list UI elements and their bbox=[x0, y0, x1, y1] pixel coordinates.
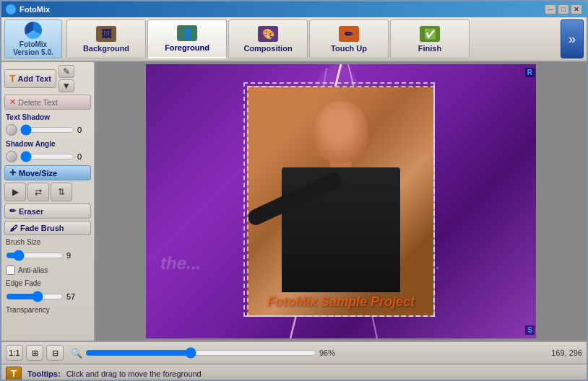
fade-brush-icon: 🖌 bbox=[9, 224, 17, 232]
shadow-angle-knob bbox=[6, 151, 17, 162]
resize-s-handle[interactable]: S bbox=[525, 325, 535, 335]
left-panel: T Add Text ✎ ▼ ✕ Delete Text Text Shadow… bbox=[1, 62, 95, 341]
edge-fade-value: 57 bbox=[66, 292, 75, 301]
tab-touchup[interactable]: ✏ Touch Up bbox=[309, 19, 389, 58]
watermark-text: FotoMix Sample Project bbox=[267, 294, 415, 310]
canvas-bg: the... not... bbox=[146, 64, 536, 338]
edge-fade-slider-row: 57 bbox=[4, 290, 91, 303]
text-shadow-slider-row: 0 bbox=[4, 123, 91, 136]
zoom-grid-button[interactable]: ⊟ bbox=[46, 345, 64, 361]
zoom-bar: 1:1 ⊞ ⊟ 🔍 96% 169, 296 bbox=[1, 341, 587, 364]
main-content: T Add Text ✎ ▼ ✕ Delete Text Text Shadow… bbox=[1, 62, 587, 341]
touchup-tab-icon: ✏ bbox=[339, 26, 359, 42]
text-shadow-value: 0 bbox=[77, 126, 82, 134]
background-text: the... bbox=[160, 253, 201, 273]
brush-size-value: 9 bbox=[66, 251, 71, 260]
foreground-tab-icon: 👤 bbox=[177, 25, 197, 41]
flip-h-button[interactable]: ⇄ bbox=[27, 183, 49, 201]
zoom-slider[interactable] bbox=[85, 347, 316, 359]
shadow-angle-value: 0 bbox=[77, 152, 82, 161]
status-bar: T Tooltips: Click and drag to move the f… bbox=[1, 364, 587, 381]
tab-finish-label: Finish bbox=[418, 44, 441, 53]
anti-alias-row: Anti-alias bbox=[4, 264, 91, 276]
zoom-1to1-button[interactable]: 1:1 bbox=[6, 345, 23, 361]
canvas-area[interactable]: the... not... bbox=[95, 62, 587, 341]
eraser-label: Eraser bbox=[19, 207, 43, 216]
transform-buttons: ▶ ⇄ ⇅ bbox=[4, 183, 91, 201]
corner-arrow-button[interactable]: » bbox=[561, 19, 584, 58]
close-button[interactable]: ✕ bbox=[571, 4, 582, 14]
text-shadow-slider[interactable] bbox=[20, 124, 74, 136]
finish-tab-icon: ✅ bbox=[420, 26, 440, 42]
text-edit-icons: ✎ ▼ bbox=[59, 65, 74, 92]
eraser-icon: ✏ bbox=[9, 206, 16, 216]
composition-tab-icon: 🎨 bbox=[258, 26, 278, 42]
resize-r-handle[interactable]: R bbox=[525, 68, 535, 77]
fade-brush-label: Fade Brush bbox=[20, 224, 64, 232]
edge-fade-label-row: Edge Fade bbox=[4, 279, 91, 288]
foreground-image[interactable] bbox=[247, 86, 435, 317]
tab-finish[interactable]: ✅ Finish bbox=[390, 19, 470, 58]
text-down-button[interactable]: ▼ bbox=[59, 79, 74, 92]
tab-foreground-label: Foreground bbox=[165, 43, 209, 52]
background-tab-icon: 🖼 bbox=[96, 26, 116, 42]
minimize-button[interactable]: ─ bbox=[545, 4, 556, 14]
move-size-icon: ✛ bbox=[9, 168, 16, 178]
tab-foreground[interactable]: 👤 Foreground bbox=[147, 19, 227, 58]
app-logo-icon bbox=[25, 22, 42, 39]
shadow-angle-slider-row: 0 bbox=[4, 150, 91, 163]
zoom-fit-button[interactable]: ⊞ bbox=[26, 345, 43, 361]
coordinates: 169, 296 bbox=[551, 349, 582, 357]
delete-text-label: Delete Text bbox=[18, 98, 58, 107]
tab-background[interactable]: 🖼 Background bbox=[66, 19, 146, 58]
shadow-angle-label: Shadow Angle bbox=[4, 139, 91, 148]
edge-fade-slider[interactable] bbox=[6, 291, 64, 302]
add-text-button[interactable]: T Add Text bbox=[4, 69, 56, 88]
transparency-label-row: Transparency bbox=[4, 305, 91, 315]
add-text-row: T Add Text ✎ ▼ bbox=[4, 65, 91, 92]
app-version: Version 5.0. bbox=[13, 48, 53, 56]
titlebar-title: FotoMix bbox=[20, 5, 545, 14]
eraser-button[interactable]: ✏ Eraser bbox=[4, 203, 91, 219]
edge-fade-label: Edge Fade bbox=[6, 279, 41, 287]
maximize-button[interactable]: □ bbox=[558, 4, 569, 14]
tab-background-label: Background bbox=[83, 44, 129, 53]
text-shadow-label: Text Shadow bbox=[4, 112, 91, 121]
app-name: FotoMix bbox=[20, 40, 47, 48]
anti-alias-checkbox[interactable] bbox=[6, 266, 15, 275]
fade-brush-button[interactable]: 🖌 Fade Brush bbox=[4, 221, 91, 235]
titlebar-controls: ─ □ ✕ bbox=[545, 4, 582, 14]
anti-alias-label: Anti-alias bbox=[18, 266, 48, 274]
titlebar: FotoMix ─ □ ✕ bbox=[1, 1, 587, 17]
move-size-button[interactable]: ✛ Move/Size bbox=[4, 165, 91, 180]
play-button[interactable]: ▶ bbox=[4, 183, 26, 201]
delete-text-button[interactable]: ✕ Delete Text bbox=[4, 95, 91, 110]
tooltips-label: Tooltips: bbox=[27, 369, 61, 378]
app-icon bbox=[6, 4, 16, 14]
delete-icon: ✕ bbox=[9, 97, 16, 107]
tab-composition-label: Composition bbox=[243, 44, 292, 53]
brush-size-slider-row: 9 bbox=[4, 249, 91, 262]
tab-composition[interactable]: 🎨 Composition bbox=[228, 19, 308, 58]
magnify-icon: 🔍 bbox=[71, 348, 82, 359]
brush-size-slider[interactable] bbox=[6, 250, 64, 261]
text-edit-button[interactable]: ✎ bbox=[59, 65, 74, 78]
app-logo: FotoMix Version 5.0. bbox=[4, 19, 62, 58]
text-shadow-knob bbox=[6, 124, 17, 136]
brush-size-label: Brush Size bbox=[6, 238, 40, 246]
tooltips-message: Click and drag to move the foreground bbox=[66, 369, 202, 378]
move-size-label: Move/Size bbox=[19, 169, 57, 178]
text-icon: T bbox=[9, 73, 16, 84]
text-mode-button[interactable]: T bbox=[6, 367, 22, 381]
tab-touchup-label: Touch Up bbox=[331, 44, 367, 53]
flip-v-button[interactable]: ⇅ bbox=[51, 183, 72, 201]
shadow-angle-slider[interactable] bbox=[20, 151, 74, 162]
brush-size-row: Brush Size bbox=[4, 237, 91, 247]
transparency-label: Transparency bbox=[6, 306, 50, 314]
zoom-percent: 96% bbox=[319, 349, 345, 357]
add-text-label: Add Text bbox=[18, 74, 51, 83]
main-toolbar: FotoMix Version 5.0. 🖼 Background 👤 Fore… bbox=[1, 17, 587, 62]
